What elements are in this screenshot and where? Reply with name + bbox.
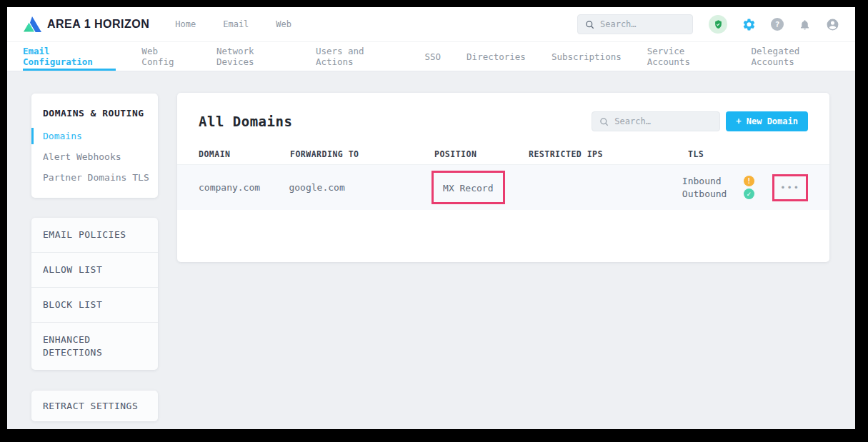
col-header-forwarding-to: FORWARDING TO — [290, 149, 434, 159]
tab-delegated-accounts[interactable]: Delegated Accounts — [752, 42, 840, 71]
col-header-position: POSITION — [434, 149, 529, 159]
tab-sso[interactable]: SSO — [425, 42, 442, 71]
account-icon[interactable] — [826, 18, 839, 31]
domains-routing-card: DOMAINS & ROUTING Domains Alert Webhooks… — [31, 94, 158, 198]
row-menu-highlight-annotation: ••• — [772, 174, 808, 201]
domains-routing-heading: DOMAINS & ROUTING — [31, 105, 158, 126]
sidebar-item-retract-settings[interactable]: RETRACT SETTINGS — [31, 391, 158, 421]
retract-settings-card: RETRACT SETTINGS — [31, 391, 158, 421]
top-navbar: AREA 1 HORIZON Home Email Web — [7, 7, 855, 41]
sidebar-item-alert-webhooks[interactable]: Alert Webhooks — [31, 146, 158, 167]
tls-inbound-label: Inbound — [682, 176, 744, 186]
tab-email-configuration[interactable]: Email Configuration — [23, 42, 116, 71]
sidebar-item-block-list[interactable]: BLOCK LIST — [31, 288, 158, 323]
content-area: DOMAINS & ROUTING Domains Alert Webhooks… — [7, 71, 855, 429]
tls-inbound-warning-icon: ! — [744, 176, 754, 186]
security-shield-icon[interactable] — [709, 15, 727, 34]
cell-domain: company.com — [199, 182, 289, 193]
primary-nav: Home Email Web — [175, 19, 291, 29]
nav-link-email[interactable]: Email — [223, 19, 249, 29]
tab-subscriptions[interactable]: Subscriptions — [552, 42, 622, 71]
sidebar-item-partner-domains-tls[interactable]: Partner Domains TLS — [31, 167, 158, 188]
col-header-domain: DOMAIN — [199, 149, 290, 159]
domains-search-input[interactable] — [614, 116, 712, 126]
area1-logo[interactable]: AREA 1 HORIZON — [23, 16, 149, 32]
nav-link-web[interactable]: Web — [276, 19, 291, 29]
app-window: AREA 1 HORIZON Home Email Web — [7, 7, 855, 429]
sidebar-item-email-policies[interactable]: EMAIL POLICIES — [31, 218, 158, 253]
row-actions-menu-button[interactable]: ••• — [777, 180, 803, 196]
table-row[interactable]: company.com google.com MX Record Inbound… — [177, 164, 829, 210]
cell-tls: Inbound ! Outbound ✓ — [682, 176, 772, 199]
cell-position: MX Record — [443, 183, 493, 194]
global-search[interactable] — [577, 14, 693, 34]
cell-forwarding-to: google.com — [289, 182, 431, 193]
tls-outbound-label: Outbound — [682, 189, 744, 199]
new-domain-button[interactable]: + New Domain — [726, 111, 808, 131]
position-highlight-annotation: MX Record — [431, 171, 504, 204]
tab-service-accounts[interactable]: Service Accounts — [647, 42, 726, 71]
notifications-bell-icon[interactable] — [799, 19, 811, 31]
col-header-tls: TLS — [688, 149, 779, 159]
all-domains-panel: All Domains + New Domain DOMAIN FORWARDI… — [177, 93, 829, 262]
sidebar: DOMAINS & ROUTING Domains Alert Webhooks… — [31, 94, 158, 421]
domains-table-header: DOMAIN FORWARDING TO POSITION RESTRICTED… — [177, 144, 829, 164]
tab-users-and-actions[interactable]: Users and Actions — [316, 42, 399, 71]
logo-triangle-icon — [23, 16, 41, 32]
settings-gear-icon[interactable] — [742, 18, 756, 31]
settings-tabbar: Email Configuration Web Config Network D… — [7, 41, 855, 71]
global-search-input[interactable] — [600, 19, 685, 29]
sidebar-item-domains[interactable]: Domains — [31, 126, 158, 146]
search-icon — [599, 117, 609, 126]
domains-search[interactable] — [592, 111, 720, 131]
email-sections-card: EMAIL POLICIES ALLOW LIST BLOCK LIST ENH… — [31, 218, 158, 370]
search-icon — [585, 20, 594, 29]
tab-network-devices[interactable]: Network Devices — [216, 42, 290, 71]
col-header-restricted-ips: RESTRICTED IPS — [529, 149, 688, 159]
nav-link-home[interactable]: Home — [175, 19, 196, 29]
help-icon[interactable]: ? — [771, 18, 784, 31]
sidebar-item-enhanced-detections[interactable]: ENHANCED DETECTIONS — [31, 323, 158, 370]
page-title: All Domains — [199, 114, 292, 129]
tab-web-config[interactable]: Web Config — [141, 42, 191, 71]
tab-directories[interactable]: Directories — [467, 42, 526, 71]
tls-outbound-check-icon: ✓ — [744, 189, 754, 199]
sidebar-item-allow-list[interactable]: ALLOW LIST — [31, 253, 158, 288]
logo-text: AREA 1 HORIZON — [47, 18, 149, 31]
